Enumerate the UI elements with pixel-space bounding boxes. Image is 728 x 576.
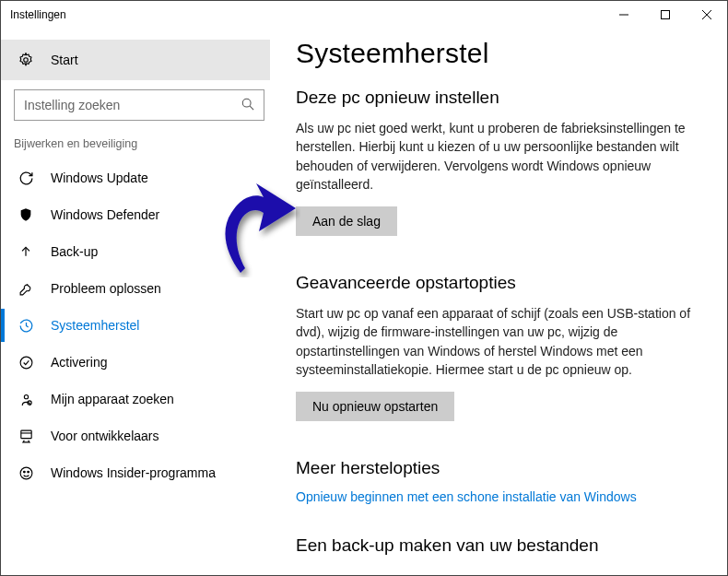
svg-point-14: [27, 471, 29, 473]
wrench-icon: [18, 280, 34, 297]
search-placeholder: Instelling zoeken: [24, 98, 120, 112]
sidebar-item-label: Back-up: [51, 244, 98, 259]
maximize-button[interactable]: [644, 1, 686, 29]
sidebar-item-label: Mijn apparaat zoeken: [51, 392, 174, 406]
sidebar-item-find-device[interactable]: Mijn apparaat zoeken: [1, 381, 277, 417]
sidebar-item-developers[interactable]: Voor ontwikkelaars: [1, 417, 277, 454]
sidebar-item-insider[interactable]: Windows Insider-programma: [1, 454, 277, 491]
shield-icon: [18, 206, 34, 223]
start-label: Start: [51, 53, 78, 67]
sidebar-item-label: Windows Insider-programma: [51, 465, 216, 480]
advanced-text: Start uw pc op vanaf een apparaat of sch…: [296, 304, 692, 379]
svg-point-4: [24, 58, 29, 63]
backup-heading: Een back-up maken van uw bestanden: [296, 535, 692, 556]
more-options-heading: Meer herstelopties: [296, 458, 692, 478]
check-circle-icon: [18, 354, 34, 370]
svg-point-13: [23, 471, 25, 473]
sidebar-item-recovery[interactable]: Systeemherstel: [1, 307, 277, 344]
svg-line-6: [250, 106, 253, 110]
backup-arrow-icon: [18, 243, 34, 260]
developer-icon: [18, 428, 34, 444]
fresh-start-link[interactable]: Opnieuw beginnen met een schone installa…: [296, 489, 692, 504]
restart-now-button[interactable]: Nu opnieuw opstarten: [296, 392, 454, 421]
sidebar-item-windows-update[interactable]: Windows Update: [1, 159, 277, 196]
svg-rect-10: [20, 430, 30, 439]
sidebar-item-troubleshoot[interactable]: Probleem oplossen: [1, 270, 277, 307]
sync-icon: [18, 170, 34, 186]
sidebar-item-windows-defender[interactable]: Windows Defender: [1, 196, 277, 233]
svg-point-7: [20, 357, 32, 369]
search-icon: [241, 98, 254, 113]
window-title: Instellingen: [10, 8, 66, 21]
sidebar-item-backup[interactable]: Back-up: [1, 233, 277, 270]
gear-icon: [18, 52, 34, 68]
page-title: Systeemherstel: [296, 38, 692, 69]
sidebar-item-label: Systeemherstel: [51, 318, 139, 333]
advanced-heading: Geavanceerde opstartopties: [296, 273, 692, 293]
history-icon: [18, 317, 34, 334]
sidebar-item-label: Probleem oplossen: [51, 281, 161, 296]
sidebar-item-label: Activering: [51, 355, 107, 370]
close-button[interactable]: [686, 1, 727, 29]
minimize-button[interactable]: [603, 1, 644, 29]
sidebar-item-activation[interactable]: Activering: [1, 344, 277, 381]
search-input[interactable]: Instelling zoeken: [14, 89, 264, 121]
reset-text: Als uw pc niet goed werkt, kunt u prober…: [296, 119, 692, 194]
sidebar-item-label: Windows Defender: [51, 207, 159, 222]
titlebar: Instellingen: [1, 1, 727, 29]
sidebar-item-label: Voor ontwikkelaars: [51, 429, 159, 443]
window-controls: [603, 1, 727, 29]
find-device-icon: [18, 391, 34, 407]
svg-point-12: [20, 467, 32, 479]
sidebar-section-label: Bijwerken en beveiliging: [1, 137, 277, 159]
reset-heading: Deze pc opnieuw instellen: [296, 88, 692, 108]
reset-start-button[interactable]: Aan de slag: [296, 206, 397, 236]
insider-icon: [18, 464, 34, 481]
svg-rect-1: [661, 11, 669, 19]
main-content: Systeemherstel Deze pc opnieuw instellen…: [277, 29, 727, 575]
svg-point-8: [24, 394, 28, 398]
svg-point-5: [242, 99, 251, 107]
sidebar-item-label: Windows Update: [51, 170, 148, 185]
start-button[interactable]: Start: [1, 40, 270, 80]
sidebar: Start Instelling zoeken Bijwerken en bev…: [1, 29, 277, 575]
